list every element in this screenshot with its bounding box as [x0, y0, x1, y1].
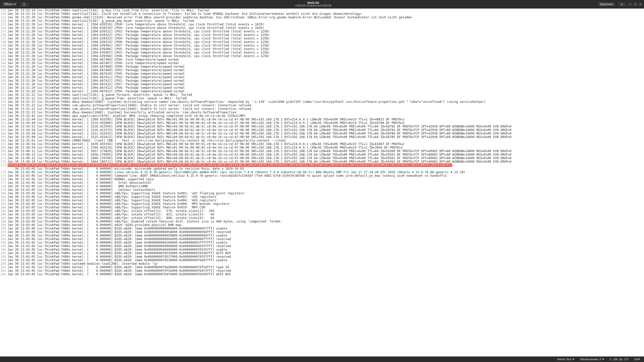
editor-line[interactable]: 144Jan 30 13:31:20 luc-ThinkPad-T480s ke… — [0, 61, 644, 65]
insert-mode[interactable]: EINF — [634, 358, 640, 361]
editor-line[interactable]: 162Jan 30 13:34:53 luc-ThinkPad-T480s ke… — [0, 125, 644, 128]
editor-line[interactable]: 159Jan 30 13:32:42 luc-ThinkPad-T480s wp… — [0, 114, 644, 118]
editor-line[interactable]: 186Jan 30 13:43:05 luc-ThinkPad-T480s ke… — [0, 213, 644, 216]
editor-line[interactable]: 183Jan 30 13:43:05 luc-ThinkPad-T480s ke… — [0, 202, 644, 206]
line-text: Jan 30 13:31:20 luc-ThinkPad-T480s kerne… — [8, 79, 185, 82]
editor-line[interactable]: 181Jan 30 13:43:05 luc-ThinkPad-T480s ke… — [0, 195, 644, 199]
editor-line[interactable]: 133Jan 30 13:31:20 luc-ThinkPad-T480s ke… — [0, 23, 644, 26]
editor-line[interactable]: 136Jan 30 13:31:20 luc-ThinkPad-T480s ke… — [0, 33, 644, 37]
editor-line[interactable]: 197Jan 30 13:43:05 luc-ThinkPad-T480s ke… — [0, 251, 644, 255]
line-text: Jan 30 13:34:53 luc-ThinkPad-T480s kerne… — [8, 125, 511, 128]
minimize-button[interactable]: – — [628, 3, 632, 6]
line-text: Jan 30 13:43:05 luc-ThinkPad-T480s kerne… — [8, 227, 227, 230]
editor-line-selected[interactable]: 1730101001011001010010110010100101100101… — [0, 163, 644, 167]
editor-line[interactable]: 172Jan 30 13:40:19 luc-ThinkPad-T480s ke… — [0, 160, 644, 163]
text-editor-view[interactable]: 129Jan 30 13:31:19 luc-ThinkPad-T480s na… — [0, 9, 644, 356]
editor-line[interactable]: 151Jan 30 13:31:20 luc-ThinkPad-T480s ke… — [0, 86, 644, 89]
editor-line[interactable]: 147Jan 30 13:31:20 luc-ThinkPad-T480s ke… — [0, 72, 644, 75]
editor-line[interactable]: 190Jan 30 13:43:05 luc-ThinkPad-T480s ke… — [0, 227, 644, 230]
editor-line[interactable]: 149Jan 30 13:31:20 luc-ThinkPad-T480s ke… — [0, 79, 644, 82]
editor-line[interactable]: 193Jan 30 13:43:05 luc-ThinkPad-T480s ke… — [0, 237, 644, 241]
editor-line[interactable]: 148Jan 30 13:31:20 luc-ThinkPad-T480s ke… — [0, 75, 644, 79]
editor-line[interactable]: 160Jan 30 13:32:44 luc-ThinkPad-T480s ke… — [0, 118, 644, 121]
editor-line[interactable]: 177Jan 30 13:43:05 luc-ThinkPad-T480s ke… — [0, 181, 644, 185]
editor-line[interactable]: 200Jan 30 13:43:05 luc-ThinkPad-T480s sy… — [0, 262, 644, 265]
editor-line[interactable]: 158Jan 30 13:31:23 luc-ThinkPad-T480s db… — [0, 111, 644, 114]
editor-line[interactable]: 135Jan 30 13:31:20 luc-ThinkPad-T480s ke… — [0, 30, 644, 33]
line-number: 184 — [0, 206, 8, 209]
editor-line[interactable]: 157Jan 30 13:31:22 luc-ThinkPad-T480s co… — [0, 107, 644, 111]
editor-line[interactable]: 171Jan 30 13:40:15 luc-ThinkPad-T480s ke… — [0, 156, 644, 160]
editor-line[interactable]: 170Jan 30 13:40:13 luc-ThinkPad-T480s ke… — [0, 153, 644, 156]
line-number: 135 — [0, 30, 8, 33]
editor-line[interactable]: 199Jan 30 13:43:05 luc-ThinkPad-T480s ke… — [0, 258, 644, 262]
editor-line[interactable]: 152Jan 30 13:31:20 luc-ThinkPad-T480s ke… — [0, 89, 644, 93]
editor-line[interactable]: 182Jan 30 13:43:05 luc-ThinkPad-T480s ke… — [0, 199, 644, 202]
new-tab-button[interactable]: 🗋 — [20, 2, 29, 7]
editor-line[interactable]: 156Jan 30 13:31:22 luc-ThinkPad-T480s co… — [0, 104, 644, 107]
editor-line[interactable]: 175Jan 30 13:43:05 luc-ThinkPad-T480s ke… — [0, 174, 644, 177]
editor-line[interactable]: 188Jan 30 13:43:05 luc-ThinkPad-T480s ke… — [0, 220, 644, 223]
editor-line[interactable]: 179Jan 30 13:43:05 luc-ThinkPad-T480s ke… — [0, 188, 644, 192]
editor-line[interactable]: 161Jan 30 13:34:49 luc-ThinkPad-T480s ke… — [0, 121, 644, 125]
document-path: USB2GB /media/home/USB2GB — [31, 5, 596, 7]
tab-width[interactable]: Tabulatorbreite: 8 — [580, 358, 604, 361]
editor-line[interactable]: 153Jan 30 13:31:22 luc-ThinkPad-T480s na… — [0, 93, 644, 97]
editor-line[interactable]: 146Jan 30 13:31:20 luc-ThinkPad-T480s ke… — [0, 68, 644, 72]
editor-line[interactable]: 185Jan 30 13:43:05 luc-ThinkPad-T480s ke… — [0, 209, 644, 213]
editor-line[interactable]: 131Jan 30 13:31:20 luc-ThinkPad-T480s gn… — [0, 16, 644, 19]
line-text: Jan 30 13:43:05 luc-ThinkPad-T480s kerne… — [8, 234, 227, 237]
editor-line[interactable]: 155Jan 30 13:31:22 luc-ThinkPad-T480s db… — [0, 100, 644, 104]
editor-line[interactable]: 138Jan 30 13:31:20 luc-ThinkPad-T480s ke… — [0, 40, 644, 44]
syntax-mode[interactable]: Reiner Text — [557, 358, 574, 361]
editor-line[interactable]: 143Jan 30 13:31:20 luc-ThinkPad-T480s ke… — [0, 58, 644, 61]
save-button[interactable]: Speichern — [597, 2, 616, 7]
editor-line[interactable]: 187Jan 30 13:43:05 luc-ThinkPad-T480s ke… — [0, 216, 644, 220]
editor-line[interactable]: 30 13:43:05 luc-ThinkPad-T480s kernel: [… — [0, 167, 644, 170]
editor-line[interactable]: 176Jan 30 13:43:05 luc-ThinkPad-T480s ke… — [0, 177, 644, 181]
editor-line[interactable]: 164Jan 30 13:34:56 luc-ThinkPad-T480s ke… — [0, 132, 644, 135]
editor-line[interactable]: 174Jan 30 13:43:05 luc-ThinkPad-T480s ke… — [0, 170, 644, 174]
editor-line[interactable]: 196Jan 30 13:43:05 luc-ThinkPad-T480s ke… — [0, 248, 644, 251]
editor-line[interactable]: 201Jan 30 13:43:05 luc-ThinkPad-T480s ke… — [0, 265, 644, 269]
hamburger-menu-button[interactable]: ≡ — [617, 2, 627, 7]
editor-line[interactable]: 166Jan 30 13:35:01 luc-ThinkPad-T480s CR… — [0, 139, 644, 142]
line-text: Jan 30 13:43:05 luc-ThinkPad-T480s kerne… — [8, 199, 218, 202]
editor-line[interactable]: 165Jan 30 13:35:00 luc-ThinkPad-T480s ke… — [0, 135, 644, 139]
editor-line[interactable]: 139Jan 30 13:31:20 luc-ThinkPad-T480s ke… — [0, 44, 644, 47]
editor-line[interactable]: 129Jan 30 13:31:19 luc-ThinkPad-T480s na… — [0, 9, 644, 12]
editor-line[interactable]: 192Jan 30 13:43:05 luc-ThinkPad-T480s ke… — [0, 234, 644, 237]
maximize-button[interactable]: □ — [633, 3, 637, 6]
line-number: 131 — [0, 16, 8, 19]
editor-line[interactable]: 169Jan 30 13:40:12 luc-ThinkPad-T480s ke… — [0, 149, 644, 153]
editor-line[interactable]: 137Jan 30 13:31:20 luc-ThinkPad-T480s ke… — [0, 37, 644, 40]
editor-line[interactable]: 198Jan 30 13:43:05 luc-ThinkPad-T480s ke… — [0, 255, 644, 258]
editor-line[interactable]: 168Jan 30 13:38:59 luc-ThinkPad-T480s ke… — [0, 146, 644, 149]
line-text: Jan 30 13:43:05 luc-ThinkPad-T480s syste… — [8, 262, 159, 265]
open-button[interactable]: Öffnen — [2, 2, 18, 7]
line-number: 164 — [0, 132, 8, 135]
editor-line[interactable]: 150Jan 30 13:31:20 luc-ThinkPad-T480s ke… — [0, 82, 644, 86]
editor-line[interactable]: 189Jan 30 13:43:05 luc-ThinkPad-T480s ke… — [0, 223, 644, 227]
editor-line[interactable]: 134Jan 30 13:31:20 luc-ThinkPad-T480s ke… — [0, 26, 644, 30]
editor-line[interactable]: 132Jan 30 13:31:20 luc-ThinkPad-T480s na… — [0, 19, 644, 23]
tabwidth-label: Tabulatorbreite: 8 — [580, 358, 601, 361]
editor-line[interactable]: 180Jan 30 13:43:05 luc-ThinkPad-T480s ke… — [0, 192, 644, 195]
editor-line[interactable]: 184Jan 30 13:43:05 luc-ThinkPad-T480s ke… — [0, 206, 644, 209]
close-button[interactable]: × — [639, 3, 642, 6]
line-number: 163 — [0, 128, 8, 132]
editor-line[interactable]: 140Jan 30 13:31:20 luc-ThinkPad-T480s ke… — [0, 47, 644, 51]
editor-line[interactable]: 203Jan 30 13:43:05 luc-ThinkPad-T480s ke… — [0, 273, 644, 276]
editor-line[interactable]: 163Jan 30 13:34:54 luc-ThinkPad-T480s ke… — [0, 128, 644, 132]
editor-line[interactable]: 178Jan 30 13:43:05 luc-ThinkPad-T480s ke… — [0, 185, 644, 188]
editor-line[interactable]: 202Jan 30 13:43:05 luc-ThinkPad-T480s ke… — [0, 269, 644, 273]
editor-line[interactable]: 154Jan 30 13:31:22 luc-ThinkPad-T480s na… — [0, 97, 644, 100]
editor-line[interactable]: 191Jan 30 13:43:05 luc-ThinkPad-T480s ke… — [0, 230, 644, 234]
editor-line[interactable]: 194Jan 30 13:43:05 luc-ThinkPad-T480s ke… — [0, 241, 644, 244]
editor-line[interactable]: 130Jan 30 13:31:19 luc-ThinkPad-T480s na… — [0, 12, 644, 16]
editor-line[interactable]: 167Jan 30 13:36:54 luc-ThinkPad-T480s ke… — [0, 142, 644, 146]
editor-line[interactable]: 145Jan 30 13:31:20 luc-ThinkPad-T480s ke… — [0, 65, 644, 68]
editor-line[interactable]: 142Jan 30 13:31:20 luc-ThinkPad-T480s ke… — [0, 54, 644, 58]
editor-line[interactable]: 195Jan 30 13:43:05 luc-ThinkPad-T480s ke… — [0, 244, 644, 248]
editor-line[interactable]: 141Jan 30 13:31:20 luc-ThinkPad-T480s ke… — [0, 51, 644, 54]
